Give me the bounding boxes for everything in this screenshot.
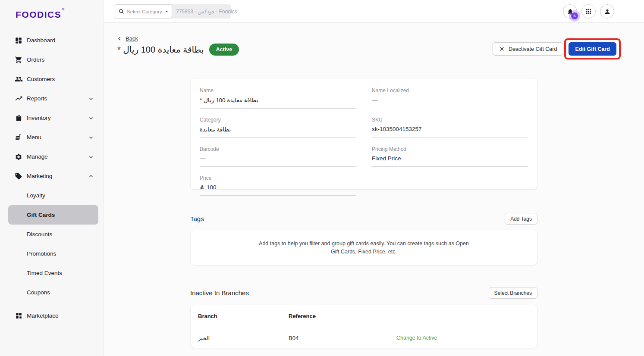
field-label: Name <box>200 87 356 94</box>
tags-empty-card: Add tags to help you filter and group gi… <box>190 230 537 265</box>
field-barcode: Barcode — <box>200 146 356 167</box>
sidebar-item-inventory[interactable]: Inventory <box>0 108 103 128</box>
topbar-icons: 5 <box>563 4 614 19</box>
foodics-logo-text: FOODICS <box>16 9 61 19</box>
column-header-reference: Reference <box>289 313 396 319</box>
branches-section-header: Inactive In Branches Select Branches <box>190 287 537 299</box>
global-search[interactable]: Select Category 775953 - فودكس - Foodics <box>114 4 231 19</box>
change-to-active-link[interactable]: Change to Active <box>396 335 530 341</box>
marketplace-icon <box>14 312 23 320</box>
sidebar-item-manage[interactable]: Manage <box>0 147 103 166</box>
topbar: Select Category 775953 - فودكس - Foodics… <box>104 0 644 23</box>
sidebar-item-label: Menu <box>27 134 41 141</box>
field-sku: SKU sk-1035004153257 <box>372 117 528 138</box>
column-header-branch: Branch <box>198 313 289 319</box>
back-link[interactable]: Back <box>117 35 138 42</box>
sidebar-item-label: Manage <box>27 153 48 160</box>
category-selector-label: Select Category <box>127 9 162 14</box>
field-pricing-method: Pricing Method Fixed Price <box>372 146 528 167</box>
gift-card-details-card: Name بطاقة معايدة 100 ريال * Name Locali… <box>190 78 537 190</box>
sidebar-item-label: Customers <box>27 76 55 82</box>
sidebar-item-customers[interactable]: Customers <box>0 69 103 89</box>
sidebar-item-loyalty[interactable]: Loyalty <box>8 186 98 205</box>
caret-down-icon <box>165 9 169 13</box>
tags-empty-text: Add tags to help you filter and group gi… <box>255 240 473 256</box>
customers-icon <box>14 75 23 84</box>
sidebar-item-marketing[interactable]: Marketing <box>0 166 103 186</box>
sidebar-item-orders[interactable]: Orders <box>0 50 103 69</box>
main-content: Back بطاقة معايدة 100 ريال * Active Deac… <box>104 23 644 356</box>
sidebar-item-label: Promotions <box>27 250 56 257</box>
notification-badge-halo: 5 <box>569 10 580 22</box>
trademark-symbol: ® <box>62 7 65 11</box>
field-label: Pricing Method <box>372 146 528 152</box>
branch-name-cell: الخبر <box>198 335 289 341</box>
sidebar-item-coupons[interactable]: Coupons <box>8 283 98 302</box>
field-value: — <box>372 97 528 108</box>
select-branches-button[interactable]: Select Branches <box>489 287 537 299</box>
sidebar: FOODICS® Dashboard Orders Customers Repo… <box>0 0 104 356</box>
sidebar-item-label: Discounts <box>27 231 52 237</box>
notifications-button[interactable]: 5 <box>563 4 577 19</box>
sidebar-item-label: Marketing <box>27 173 52 179</box>
account-button[interactable] <box>600 4 614 19</box>
sidebar-item-label: Marketplace <box>27 312 59 319</box>
apps-grid-button[interactable] <box>581 4 596 19</box>
chevron-down-icon <box>88 96 94 101</box>
annotation-highlight-box: Edit Gift Card <box>564 38 621 59</box>
food-menu-icon <box>14 133 23 142</box>
chevron-down-icon <box>88 135 94 140</box>
sidebar-nav: Dashboard Orders Customers Reports <box>0 31 103 325</box>
field-label: SKU <box>372 117 528 123</box>
sidebar-item-label: Orders <box>27 56 44 63</box>
add-tags-button[interactable]: Add Tags <box>505 213 537 225</box>
sidebar-item-gift-cards[interactable]: Gift Cards <box>8 205 98 225</box>
sidebar-item-label: Coupons <box>27 289 50 296</box>
sidebar-item-reports[interactable]: Reports <box>0 89 103 108</box>
field-label: Name Localized <box>372 87 528 94</box>
chevron-down-icon <box>88 154 94 159</box>
field-value: — <box>200 155 356 167</box>
field-value: بطاقة معايدة <box>200 126 356 138</box>
field-name: Name بطاقة معايدة 100 ريال * <box>200 87 356 109</box>
chevron-left-icon <box>117 36 122 41</box>
sidebar-item-promotions[interactable]: Promotions <box>8 244 98 263</box>
search-input-placeholder[interactable]: 775953 - فودكس - Foodics <box>176 9 237 15</box>
price-value: 100 <box>207 184 217 190</box>
deactivate-gift-card-label: Deactivate Gift Card <box>509 46 557 52</box>
deactivate-gift-card-button[interactable]: Deactivate Gift Card <box>493 42 564 56</box>
branches-heading: Inactive In Branches <box>190 289 249 297</box>
tags-heading: Tags <box>190 215 204 222</box>
chevron-down-icon <box>88 116 94 121</box>
field-value: بطاقة معايدة 100 ريال * <box>200 97 356 109</box>
sidebar-item-timed-events[interactable]: Timed Events <box>8 263 98 283</box>
sidebar-item-label: Inventory <box>27 115 51 121</box>
branches-table: Branch Reference الخبر B04 Change to Act… <box>190 305 537 348</box>
sidebar-item-dashboard[interactable]: Dashboard <box>0 31 103 50</box>
field-category: Category بطاقة معايدة <box>200 117 356 138</box>
field-label: Barcode <box>200 146 356 152</box>
field-name-localized: Name Localized — <box>372 87 528 109</box>
sidebar-item-discounts[interactable]: Discounts <box>8 225 98 244</box>
edit-gift-card-button[interactable]: Edit Gift Card <box>569 42 616 56</box>
cart-icon <box>14 56 23 64</box>
page-title: بطاقة معايدة 100 ريال * <box>117 44 204 55</box>
saudi-riyal-icon <box>200 185 204 190</box>
branch-reference-cell: B04 <box>289 335 396 341</box>
tag-icon <box>14 172 23 181</box>
back-link-label: Back <box>126 35 138 42</box>
sidebar-item-label: Loyalty <box>27 192 45 199</box>
sidebar-item-menu[interactable]: Menu <box>0 128 103 147</box>
search-icon <box>119 9 124 14</box>
close-icon <box>499 46 505 52</box>
chevron-up-icon <box>88 174 94 179</box>
user-icon <box>604 8 611 15</box>
gear-icon <box>14 153 23 161</box>
header-actions: Deactivate Gift Card Edit Gift Card <box>493 38 621 59</box>
category-selector[interactable]: Select Category <box>114 4 172 19</box>
sidebar-item-marketplace[interactable]: Marketplace <box>0 306 103 325</box>
table-row: الخبر B04 Change to Active <box>191 327 537 348</box>
field-value: Fixed Price <box>372 155 528 167</box>
sidebar-item-label: Reports <box>27 95 47 102</box>
field-price: Price 100 <box>200 175 356 196</box>
